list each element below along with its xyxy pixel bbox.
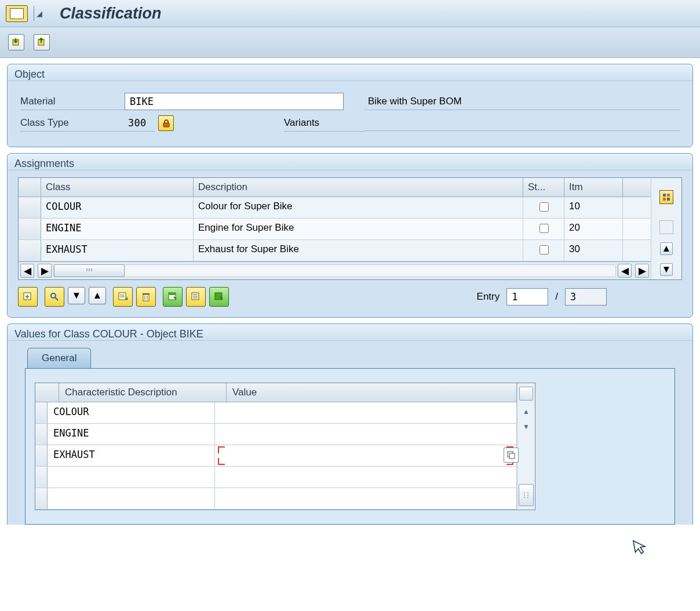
- cell-status-checkbox[interactable]: [539, 202, 549, 212]
- table-row[interactable]: COLOUR Colour for Super Bike 10: [19, 197, 651, 219]
- svg-point-28: [524, 492, 525, 493]
- class-type-label: Class Type: [20, 115, 125, 132]
- scroll-right-end-icon[interactable]: ▶: [635, 264, 649, 278]
- material-input[interactable]: [125, 93, 344, 110]
- svg-point-32: [524, 497, 525, 498]
- entry-total-input: [565, 288, 607, 306]
- svg-line-10: [55, 297, 58, 300]
- select-all-icon: [167, 292, 178, 302]
- delete-button[interactable]: [136, 287, 156, 307]
- material-description: Bike with Super BOM: [364, 93, 680, 110]
- cell-value-active[interactable]: [215, 445, 517, 466]
- sort-desc-button[interactable]: ▼: [68, 287, 85, 304]
- column-class[interactable]: Class: [41, 178, 194, 197]
- find-button[interactable]: [45, 287, 64, 307]
- find-icon: [49, 292, 60, 302]
- tab-general[interactable]: General: [27, 348, 91, 368]
- column-item[interactable]: Itm: [564, 178, 623, 197]
- column-value[interactable]: Value: [227, 383, 517, 402]
- material-label: Material: [20, 93, 125, 110]
- title-bar: ◢ Classification: [0, 0, 700, 27]
- scroll-box: [659, 220, 673, 234]
- cell-value[interactable]: [215, 424, 517, 445]
- cell-item[interactable]: 20: [564, 219, 623, 239]
- import-button[interactable]: [8, 34, 24, 50]
- tab-panel-general: Characteristic Description Value COLOUR …: [25, 368, 675, 525]
- select-block-icon: [191, 292, 201, 302]
- horizontal-scrollbar[interactable]: ◀ ▶ ◀ ▶: [19, 261, 651, 279]
- column-selector[interactable]: [19, 178, 41, 197]
- scroll-down-icon[interactable]: ▼: [660, 263, 673, 276]
- entry-separator: /: [555, 291, 558, 303]
- table-row[interactable]: ENGINE Engine for Super Bike 20: [19, 219, 651, 240]
- svg-rect-15: [143, 294, 149, 301]
- dropdown-indicator-icon[interactable]: ◢: [37, 9, 42, 18]
- select-block-button[interactable]: [186, 287, 206, 307]
- sort-asc-button[interactable]: ▲: [89, 287, 106, 304]
- class-type-lock-button[interactable]: [158, 115, 174, 131]
- entry-current-input[interactable]: [506, 288, 548, 306]
- search-help-button[interactable]: [504, 448, 519, 463]
- scroll-grip[interactable]: [519, 484, 534, 506]
- cell-class[interactable]: ENGINE: [41, 219, 194, 239]
- cell-description: Engine for Super Bike: [194, 219, 523, 239]
- svg-point-31: [527, 494, 528, 496]
- cell-value[interactable]: [215, 402, 517, 423]
- cell-class[interactable]: COLOUR: [41, 197, 194, 218]
- column-characteristic[interactable]: Characteristic Description: [59, 383, 227, 402]
- deselect-all-button[interactable]: [209, 287, 229, 307]
- svg-text:+: +: [25, 293, 29, 301]
- scroll-box: [519, 387, 533, 401]
- cell-item[interactable]: 10: [564, 197, 623, 218]
- table-row[interactable]: [35, 488, 517, 510]
- scroll-left-icon[interactable]: ◀: [20, 264, 34, 278]
- table-settings-icon: [662, 193, 670, 201]
- vertical-scrollbar[interactable]: ▲ ▼: [517, 383, 535, 510]
- cell-characteristic: COLOUR: [48, 402, 215, 423]
- svg-rect-6: [667, 198, 670, 201]
- assignments-toolbar: + ▼ ▲ + Entry /: [18, 287, 682, 307]
- add-row-button[interactable]: +: [18, 287, 38, 307]
- scroll-up-icon[interactable]: ▲: [523, 408, 530, 416]
- cell-characteristic: ENGINE: [48, 424, 215, 445]
- svg-rect-16: [143, 293, 150, 294]
- scroll-left-end-icon[interactable]: ◀: [618, 264, 632, 278]
- lock-icon: [162, 119, 171, 128]
- cell-class[interactable]: EXHAUST: [41, 240, 194, 261]
- export-button[interactable]: [34, 34, 50, 50]
- cell-status-checkbox[interactable]: [539, 224, 549, 233]
- export-icon: [37, 37, 47, 48]
- cell-characteristic: [48, 488, 215, 509]
- table-row[interactable]: COLOUR: [35, 402, 517, 424]
- cell-characteristic: EXHAUST: [48, 445, 215, 466]
- object-panel-title: Object: [8, 64, 692, 81]
- new-entries-button[interactable]: +: [113, 287, 133, 307]
- select-all-button[interactable]: [163, 287, 183, 307]
- column-status[interactable]: St...: [523, 178, 564, 197]
- vertical-scrollbar[interactable]: ▲ ▼: [651, 178, 681, 279]
- cell-description: Exhaust for Super Bike: [194, 240, 523, 261]
- class-type-desc-label: Variants: [284, 115, 365, 132]
- class-type-value: 300: [125, 115, 155, 132]
- scroll-thumb[interactable]: [54, 264, 125, 277]
- table-row[interactable]: EXHAUST: [35, 445, 517, 467]
- table-row[interactable]: ENGINE: [35, 424, 517, 445]
- scroll-up-icon[interactable]: ▲: [660, 242, 673, 255]
- column-selector[interactable]: [35, 383, 59, 402]
- svg-rect-4: [667, 194, 670, 197]
- cursor-icon: [632, 537, 650, 557]
- scroll-right-icon[interactable]: ▶: [38, 264, 52, 278]
- column-description[interactable]: Description: [194, 178, 523, 197]
- scroll-down-icon[interactable]: ▼: [523, 423, 530, 431]
- add-row-icon: +: [23, 292, 33, 302]
- cell-status-checkbox[interactable]: [539, 245, 549, 254]
- cell-item[interactable]: 30: [564, 240, 623, 261]
- cell-value[interactable]: [215, 467, 517, 488]
- import-icon: [11, 37, 21, 48]
- cell-value[interactable]: [215, 488, 517, 509]
- table-row[interactable]: EXHAUST Exhaust for Super Bike 30: [19, 240, 651, 261]
- svg-rect-5: [663, 198, 666, 201]
- cell-description: Colour for Super Bike: [194, 197, 523, 218]
- table-row[interactable]: [35, 467, 517, 488]
- table-settings-button[interactable]: [659, 190, 673, 204]
